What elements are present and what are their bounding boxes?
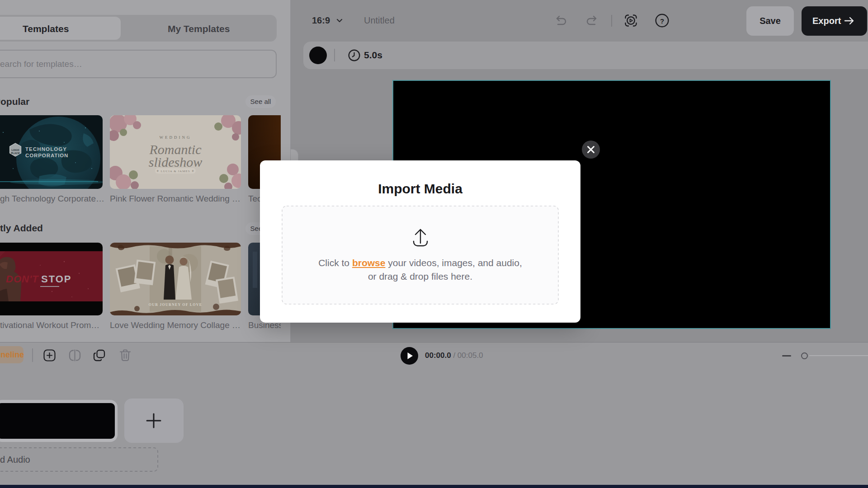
- svg-text:PLACE: PLACE: [11, 152, 20, 155]
- svg-text:slideshow: slideshow: [149, 155, 202, 169]
- svg-text:WEDDING: WEDDING: [160, 135, 192, 140]
- svg-text:STOP: STOP: [41, 273, 72, 285]
- svg-text:?: ?: [660, 17, 664, 25]
- svg-text:DON'T: DON'T: [6, 273, 39, 285]
- svg-text:OUR JOURNEY OF LOVE: OUR JOURNEY OF LOVE: [149, 303, 202, 307]
- svg-text:LOGO: LOGO: [11, 149, 19, 151]
- svg-text:⚘ LUCIA & JAMES ⚘: ⚘ LUCIA & JAMES ⚘: [156, 169, 194, 173]
- svg-text:TECHNOLOGY: TECHNOLOGY: [25, 146, 67, 152]
- svg-text:CORPORATION: CORPORATION: [25, 153, 68, 158]
